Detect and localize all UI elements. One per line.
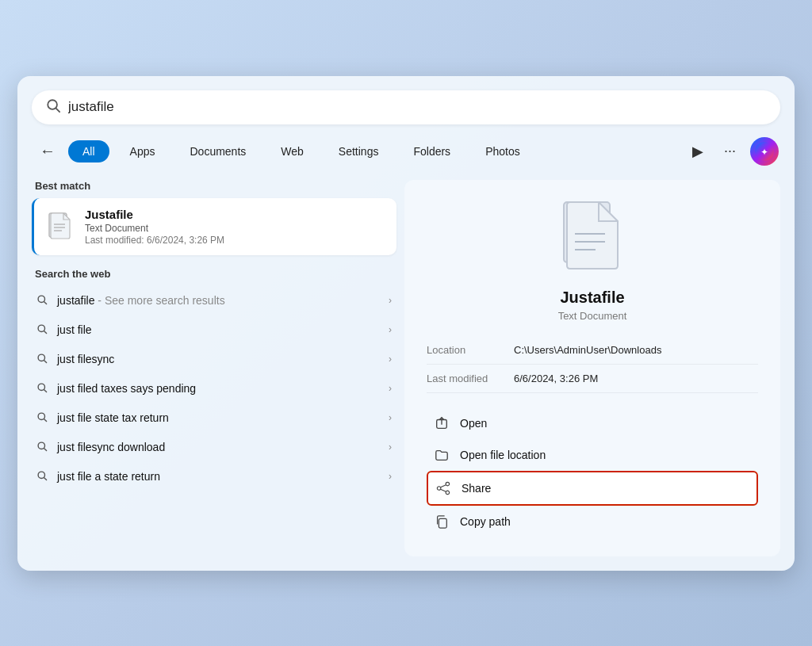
web-item-arrow-1: › (389, 324, 392, 335)
svg-line-30 (441, 484, 446, 487)
filter-settings[interactable]: Settings (324, 140, 393, 162)
action-open-location-label: Open file location (460, 449, 546, 461)
meta-location-label: Location (427, 344, 514, 356)
web-item-arrow-5: › (389, 441, 392, 453)
meta-location-value: C:\Users\AdminUser\Downloads (514, 344, 661, 356)
filter-bar: ← All Apps Documents Web Settings Folder… (32, 137, 780, 166)
web-item-4[interactable]: just file state tax return › (32, 403, 396, 433)
search-icon (46, 98, 60, 117)
web-search-icon-2 (36, 353, 48, 366)
web-item-arrow-6: › (389, 471, 392, 482)
file-icon (45, 212, 75, 242)
back-button[interactable]: ← (33, 139, 62, 163)
web-item-text-5: just filesync download (57, 441, 389, 453)
action-copy-path[interactable]: Copy path (427, 506, 758, 537)
web-item-arrow-4: › (389, 412, 392, 423)
action-copy-path-label: Copy path (460, 515, 511, 528)
web-item-text-4: just file state tax return (57, 411, 389, 424)
web-search-icon-6 (36, 470, 48, 484)
right-panel: Justafile Text Document Location C:\User… (404, 180, 780, 556)
svg-line-17 (44, 419, 46, 421)
svg-line-1 (56, 108, 60, 112)
preview-file-type: Text Document (558, 310, 627, 322)
copy-icon (435, 514, 449, 529)
search-web-section: Search the web justafile - See more sear… (32, 268, 396, 491)
svg-line-15 (44, 389, 46, 392)
meta-modified-row: Last modified 6/6/2024, 3:26 PM (427, 365, 758, 393)
svg-text:✦: ✦ (760, 146, 768, 157)
play-button[interactable]: ▶ (686, 140, 710, 163)
action-share-label: Share (462, 482, 491, 495)
web-item-text-2: just filesync (57, 353, 389, 365)
copilot-icon[interactable]: ✦ (750, 137, 779, 166)
web-search-icon-5 (36, 441, 48, 454)
share-icon (436, 481, 450, 495)
more-button[interactable]: ··· (718, 140, 742, 162)
action-open-label: Open (460, 417, 487, 430)
search-web-label: Search the web (32, 268, 396, 280)
web-item-text-6: just file a state return (57, 470, 389, 483)
action-open[interactable]: Open (427, 407, 758, 439)
web-item-6[interactable]: just file a state return › (32, 462, 396, 491)
folder-icon (435, 448, 449, 462)
web-item-text-3: just filed taxes says pending (57, 382, 389, 395)
filter-more-actions: ▶ ··· ✦ (686, 137, 779, 166)
best-match-subtitle: Text Document (85, 223, 224, 234)
search-input[interactable] (68, 99, 766, 115)
web-item-text-0: justafile - See more search results (57, 294, 389, 307)
preview-file-name: Justafile (560, 289, 624, 307)
svg-point-28 (446, 491, 450, 495)
meta-modified-label: Last modified (427, 373, 514, 384)
left-panel: Best match Justafile Text Document L (32, 180, 396, 556)
action-open-location[interactable]: Open file location (427, 439, 758, 471)
best-match-label: Best match (32, 180, 396, 192)
svg-line-9 (44, 301, 46, 304)
filter-apps[interactable]: Apps (116, 140, 170, 162)
best-match-title: Justafile (85, 208, 224, 221)
meta-location-row: Location C:\Users\AdminUser\Downloads (427, 336, 758, 365)
filter-documents[interactable]: Documents (175, 140, 260, 162)
open-icon (435, 416, 449, 430)
svg-line-13 (44, 360, 46, 362)
web-item-5[interactable]: just filesync download › (32, 433, 396, 462)
best-match-info: Justafile Text Document Last modified: 6… (85, 208, 224, 246)
file-preview-icon (561, 199, 624, 279)
filter-all[interactable]: All (68, 140, 109, 162)
web-item-text-1: just file (57, 323, 389, 336)
best-match-item[interactable]: Justafile Text Document Last modified: 6… (32, 198, 396, 255)
web-item-3[interactable]: just filed taxes says pending › (32, 374, 396, 403)
web-search-icon-1 (36, 323, 48, 337)
web-item-arrow-3: › (389, 383, 392, 394)
svg-line-11 (44, 331, 46, 333)
action-share[interactable]: Share (427, 471, 758, 506)
search-bar (32, 90, 780, 124)
web-item-0[interactable]: justafile - See more search results › (32, 286, 396, 315)
best-match-modified: Last modified: 6/6/2024, 3:26 PM (85, 235, 224, 246)
actions-list: Open Open file location (427, 407, 758, 537)
svg-point-27 (446, 482, 450, 486)
web-item-2[interactable]: just filesync › (32, 345, 396, 374)
svg-line-21 (44, 477, 46, 480)
filter-web[interactable]: Web (266, 140, 318, 162)
web-search-icon-4 (36, 411, 48, 425)
svg-line-31 (441, 489, 446, 491)
svg-rect-32 (439, 518, 446, 528)
file-meta: Location C:\Users\AdminUser\Downloads La… (427, 336, 758, 393)
svg-line-19 (44, 448, 46, 450)
search-panel: ← All Apps Documents Web Settings Folder… (17, 76, 795, 571)
filter-folders[interactable]: Folders (399, 140, 465, 162)
web-item-1[interactable]: just file › (32, 315, 396, 345)
web-search-icon-0 (36, 294, 48, 308)
meta-modified-value: 6/6/2024, 3:26 PM (514, 373, 598, 384)
web-item-arrow-0: › (389, 295, 392, 306)
web-item-arrow-2: › (389, 354, 392, 365)
filter-photos[interactable]: Photos (471, 140, 534, 162)
web-search-icon-3 (36, 382, 48, 396)
svg-point-29 (437, 486, 441, 490)
main-content: Best match Justafile Text Document L (32, 180, 780, 556)
